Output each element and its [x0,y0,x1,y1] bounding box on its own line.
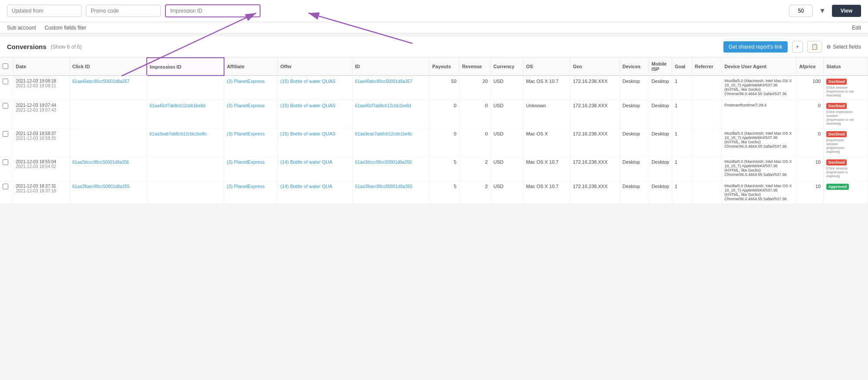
click-id-link[interactable]: 61aa40ebc99cc50001d8a357 [73,79,130,84]
select-fields-button[interactable]: ⚙ Select fields [826,44,861,50]
payouts-cell: 5 [429,181,459,204]
copy-icon-button[interactable]: 📋 [807,41,822,53]
referrer-cell [692,129,722,157]
row-checkbox[interactable] [3,79,8,84]
id-cell: 61aa3dccc99cc50001d8a356 [352,157,429,181]
date-header: Date [13,58,69,76]
custom-fields-filter[interactable]: Custom fields fiter [45,25,86,31]
row-checkbox[interactable] [3,103,8,109]
impression-id-input[interactable] [165,4,261,17]
click-id-cell: 61aa40ebc99cc50001d8a357 [69,76,147,100]
user-agent-cell: Mozilla/5.0 (Macintosh; Intel Mac OS X 1… [722,76,796,100]
row-checkbox[interactable] [3,184,8,189]
impression-id-cell: 61aa3eab7ab8cb12cbb1be8c [147,129,224,157]
affiliate-link[interactable]: (3) PlanetExpress [227,79,264,84]
payouts-cell: 5 [429,157,459,181]
devices-cell: Desktop [620,129,649,157]
id-cell: 61aa3eab7ab8cb12cbb1be8c [352,129,429,157]
select-fields-icon: ⚙ [826,44,831,50]
status-tooltip: [Impression session (Impression expired)… [826,138,857,154]
impression-id-cell [147,181,224,204]
currency-cell: USD [491,157,523,181]
edit-link[interactable]: Edit [852,25,861,31]
filter-icon-button[interactable]: ▼ [817,5,828,17]
add-icon-button[interactable]: + [792,41,803,53]
id-link[interactable]: 61aa40cf7ab8cb12cbb1be8d [355,103,411,108]
offer-link[interactable]: (15) Bottle of water QUAS [281,79,336,84]
os-cell: Unknown [523,100,570,129]
id-link[interactable]: 61aa3eab7ab8cb12cbb1be8c [355,132,413,136]
row-checkbox[interactable] [3,159,8,165]
impression-id-link[interactable]: 61aa3eab7ab8cb12cbb1be8c [149,132,207,136]
row-checkbox-cell[interactable] [0,129,13,157]
afprice-cell: 10 [796,157,824,181]
goal-header: Goal [672,58,692,76]
devices-cell: Desktop [620,100,649,129]
per-page-input[interactable] [789,5,813,17]
row-checkbox-cell[interactable] [0,100,13,129]
geo-cell: 172.16.238.XXX [570,181,620,204]
date-cell: 2021-12-03 19:07:44 2021-12-03 19:07:43 [13,100,69,129]
currency-cell: USD [491,129,523,157]
goal-cell: 1 [672,157,692,181]
affiliate-cell: (3) PlanetExpress [224,76,277,100]
currency-cell: USD [491,100,523,129]
click-id-link[interactable]: 61aa3dccc99cc50001d8a356 [73,160,129,165]
mobile-isp-cell: Desktop [649,129,672,157]
date-cell: 2021-12-03 18:55:04 2021-12-03 18:54:52 [13,157,69,181]
status-tooltip: [Click session (Impression is not reache… [826,86,857,97]
referrer-cell [692,181,722,204]
id-link[interactable]: 61aa3dccc99cc50001d8a356 [355,160,412,165]
referrer-header: Referrer [692,58,722,76]
status-cell: Approved [823,181,868,204]
impression-id-cell: 61aa40cf7ab8cb12cbb1be8d [147,100,224,129]
promo-code-input[interactable] [86,5,161,17]
affiliate-link[interactable]: (3) PlanetExpress [227,103,264,108]
id-link[interactable]: 61aa40ebc99cc50001d8a357 [355,79,413,84]
offer-link[interactable]: (15) Bottle of water QUAS [281,131,336,136]
table-row: 2021-12-03 18:37:31 2021-12-03 18:37:18 … [0,181,868,204]
row-checkbox[interactable] [3,131,8,137]
payouts-cell: 0 [429,129,459,157]
shared-link-button[interactable]: Get shared report's link [723,41,788,53]
id-cell: 61aa40cf7ab8cb12cbb1be8d [352,100,429,129]
click-id-link[interactable]: 61aa39aec99cc50001d8a355 [73,184,130,189]
conversions-title: Conversions [7,43,46,50]
referrer-cell [692,76,722,100]
afprice-cell: 10 [796,181,824,204]
click-id-cell [69,129,147,157]
affiliate-link[interactable]: (3) PlanetExpress [227,159,264,165]
offer-link[interactable]: (14) Bottle of water QUA [281,184,333,189]
id-link[interactable]: 61aa39aec99cc50001d8a355 [355,184,413,189]
offer-link[interactable]: (15) Bottle of water QUAS [281,103,336,108]
mobile-isp-cell: Desktop [649,157,672,181]
offer-cell: (15) Bottle of water QUAS [277,100,352,129]
select-all-checkbox[interactable] [3,63,8,69]
goal-cell: 1 [672,129,692,157]
sub-account-filter[interactable]: Sub account [7,25,36,31]
select-all-header[interactable] [0,58,13,76]
table-row: 2021-12-03 19:07:44 2021-12-03 19:07:43 … [0,100,868,129]
table-row: 2021-12-03 18:55:04 2021-12-03 18:54:52 … [0,157,868,181]
id-cell: 61aa40ebc99cc50001d8a357 [352,76,429,100]
row-checkbox-cell[interactable] [0,181,13,204]
status-badge: Declined [826,131,847,137]
impression-id-cell [147,76,224,100]
click-id-cell: 61aa3dccc99cc50001d8a356 [69,157,147,181]
table-row: 2021-12-03 19:08:18 2021-12-03 19:08:11 … [0,76,868,100]
date-cell: 2021-12-03 19:08:18 2021-12-03 19:08:11 [13,76,69,100]
offer-link[interactable]: (14) Bottle of water QUA [281,159,333,165]
status-cell: Declined [Click session (Impression is e… [823,157,868,181]
impression-id-link[interactable]: 61aa40cf7ab8cb12cbb1be8d [149,103,205,108]
revenue-cell: 0 [459,100,491,129]
currency-cell: USD [491,76,523,100]
view-button[interactable]: View [832,5,861,17]
affiliate-link[interactable]: (3) PlanetExpress [227,184,264,189]
mobile-isp-cell: Desktop [649,181,672,204]
row-checkbox-cell[interactable] [0,157,13,181]
os-cell: Mac OS X 10.7 [523,181,570,204]
updated-from-input[interactable] [7,5,82,17]
row-checkbox-cell[interactable] [0,76,13,100]
date-cell: 2021-12-03 18:58:37 2021-12-03 18:58:35 [13,129,69,157]
affiliate-link[interactable]: (3) PlanetExpress [227,131,264,136]
